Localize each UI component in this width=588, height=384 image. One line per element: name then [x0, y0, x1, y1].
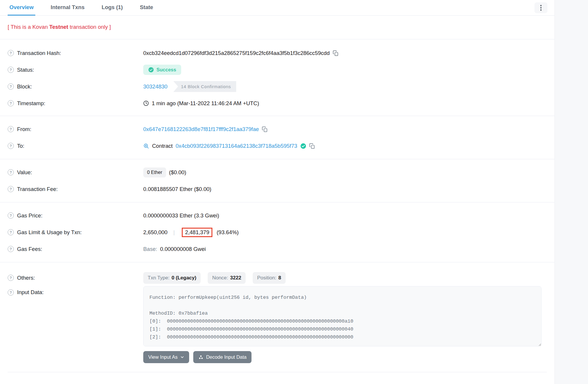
decode-icon	[198, 355, 204, 360]
transaction-hash-value: 0xcb324eedcd1d07296fdf3d215a2865275f159c…	[143, 50, 330, 56]
row-timestamp: ? Timestamp: 1 min ago (Mar-11-2022 11:4…	[8, 95, 547, 112]
to-contract-word: Contract	[152, 143, 173, 149]
others-label: Others:	[17, 275, 35, 281]
more-options-button[interactable]	[534, 2, 547, 13]
view-input-as-button[interactable]: View Input As	[143, 351, 189, 363]
zoom-in-icon[interactable]	[143, 143, 149, 149]
gas-fees-base-value: 0.000000008 Gwei	[160, 246, 206, 252]
row-others: ? Others: Txn Type: 0 (Legacy) Nonce: 32…	[8, 269, 547, 286]
chevron-down-icon	[180, 355, 184, 359]
help-icon[interactable]: ?	[8, 143, 14, 149]
gas-fees-label: Gas Fees:	[17, 246, 42, 252]
section-others-input: ? Others: Txn Type: 0 (Legacy) Nonce: 32…	[0, 262, 554, 377]
gas-limit-value: 2,650,000	[143, 229, 167, 236]
nonce-key: Nonce:	[212, 275, 228, 281]
tab-state[interactable]: State	[138, 0, 155, 16]
help-icon[interactable]: ?	[8, 126, 14, 132]
value-label: Value:	[17, 169, 32, 176]
row-transaction-fee: ? Transaction Fee: 0.0081885507 Ether ($…	[8, 181, 547, 197]
copy-hash-button[interactable]	[333, 50, 339, 56]
tab-logs[interactable]: Logs (1)	[100, 0, 124, 16]
copy-icon	[309, 143, 315, 149]
help-icon[interactable]: ?	[8, 289, 14, 296]
gas-price-value: 0.0000000033 Ether (3.3 Gwei)	[143, 212, 219, 219]
position-value: 8	[278, 275, 281, 281]
testnet-notice: [ This is a Kovan Testnet transaction on…	[0, 16, 554, 39]
help-icon[interactable]: ?	[8, 169, 14, 175]
tab-internal-txns[interactable]: Internal Txns	[49, 0, 86, 16]
row-gas-price: ? Gas Price: 0.0000000033 Ether (3.3 Gwe…	[8, 207, 547, 224]
to-address-link[interactable]: 0x4cb093f226983713164a62138c3f718a5b595f…	[176, 143, 297, 149]
timestamp-value: 1 min ago (Mar-11-2022 11:46:24 AM +UTC)	[152, 100, 259, 107]
copy-to-button[interactable]	[309, 143, 315, 149]
notice-text-prefix: [ This is a Kovan	[8, 24, 49, 30]
to-label: To:	[17, 143, 24, 149]
nonce-badge: Nonce: 3222	[208, 272, 246, 284]
gas-used-percent: (93.64%)	[216, 229, 239, 236]
gas-fees-base-label: Base:	[143, 246, 157, 252]
block-number-link[interactable]: 30324830	[143, 83, 167, 90]
value-usd: ($0.00)	[169, 169, 186, 176]
help-icon[interactable]: ?	[8, 246, 14, 252]
timestamp-label: Timestamp:	[17, 100, 45, 107]
help-icon[interactable]: ?	[8, 50, 14, 56]
txn-type-badge: Txn Type: 0 (Legacy)	[143, 272, 201, 284]
copy-from-button[interactable]	[262, 126, 268, 132]
help-icon[interactable]: ?	[8, 67, 14, 73]
status-label: Status:	[17, 67, 34, 73]
verified-check-icon	[300, 143, 306, 149]
notice-text-suffix: transaction only ]	[68, 24, 111, 30]
position-key: Position:	[257, 275, 276, 281]
row-input-data: ? Input Data: Function: performUpkeep(ui…	[8, 286, 547, 346]
row-value: ? Value: 0 Ether ($0.00)	[8, 164, 547, 181]
gas-used-value: 2,481,379	[185, 229, 209, 235]
gas-separator: |	[173, 229, 175, 236]
help-icon[interactable]: ?	[8, 275, 14, 281]
nonce-value: 3222	[230, 275, 241, 281]
block-label: Block:	[17, 83, 32, 90]
section-summary: ? Transaction Hash: 0xcb324eedcd1d07296f…	[0, 39, 554, 116]
clock-icon	[143, 100, 149, 106]
txn-type-key: Txn Type:	[148, 275, 169, 281]
row-transaction-hash: ? Transaction Hash: 0xcb324eedcd1d07296f…	[8, 45, 547, 61]
check-circle-icon	[148, 67, 154, 73]
tab-overview[interactable]: Overview	[8, 0, 35, 16]
help-icon[interactable]: ?	[8, 186, 14, 192]
row-to: ? To: Contract 0x4cb093f226983713164a621…	[8, 137, 547, 154]
kebab-menu-icon	[540, 7, 542, 9]
help-icon[interactable]: ?	[8, 212, 14, 219]
notice-text-bold: Testnet	[49, 24, 68, 30]
tab-bar: Overview Internal Txns Logs (1) State	[0, 0, 554, 16]
gas-price-label: Gas Price:	[17, 212, 42, 219]
help-icon[interactable]: ?	[8, 100, 14, 106]
section-parties: ? From: 0x647e7168122263d8e7f81f17fff9c2…	[0, 116, 554, 159]
view-input-as-label: View Input As	[148, 354, 178, 360]
row-block: ? Block: 30324830 14 Block Confirmations	[8, 78, 547, 95]
input-data-label: Input Data:	[17, 289, 44, 296]
gas-used-annotation-box: 2,481,379	[182, 228, 212, 237]
txn-type-value: 0 (Legacy)	[171, 275, 196, 281]
from-address-link[interactable]: 0x647e7168122263d8e7f81f17fff9c2f1aa379f…	[143, 126, 259, 133]
section-value: ? Value: 0 Ether ($0.00) ? Transaction F…	[0, 159, 554, 202]
help-icon[interactable]: ?	[8, 83, 14, 90]
input-data-textarea[interactable]: Function: performUpkeep(uint256 id, byte…	[143, 286, 542, 346]
position-badge: Position: 8	[253, 272, 286, 284]
copy-icon	[262, 126, 268, 132]
row-gas-limit-usage: ? Gas Limit & Usage by Txn: 2,650,000 | …	[8, 224, 547, 241]
row-from: ? From: 0x647e7168122263d8e7f81f17fff9c2…	[8, 121, 547, 137]
copy-icon	[333, 50, 339, 56]
status-value: Success	[156, 67, 176, 73]
help-icon[interactable]: ?	[8, 229, 14, 235]
section-gas: ? Gas Price: 0.0000000033 Ether (3.3 Gwe…	[0, 202, 554, 262]
row-status: ? Status: Success	[8, 61, 547, 78]
transaction-overview-card: Overview Internal Txns Logs (1) State [ …	[0, 0, 555, 384]
gas-limit-label: Gas Limit & Usage by Txn:	[17, 229, 82, 236]
transaction-fee-label: Transaction Fee:	[17, 186, 58, 192]
transaction-hash-label: Transaction Hash:	[17, 50, 61, 56]
decode-input-data-label: Decode Input Data	[206, 354, 247, 360]
bottom-divider	[8, 372, 547, 372]
block-confirmations-badge: 14 Block Confirmations	[173, 81, 236, 92]
decode-input-data-button[interactable]: Decode Input Data	[193, 351, 252, 363]
status-badge: Success	[143, 65, 181, 75]
row-gas-fees: ? Gas Fees: Base: 0.000000008 Gwei	[8, 241, 547, 257]
